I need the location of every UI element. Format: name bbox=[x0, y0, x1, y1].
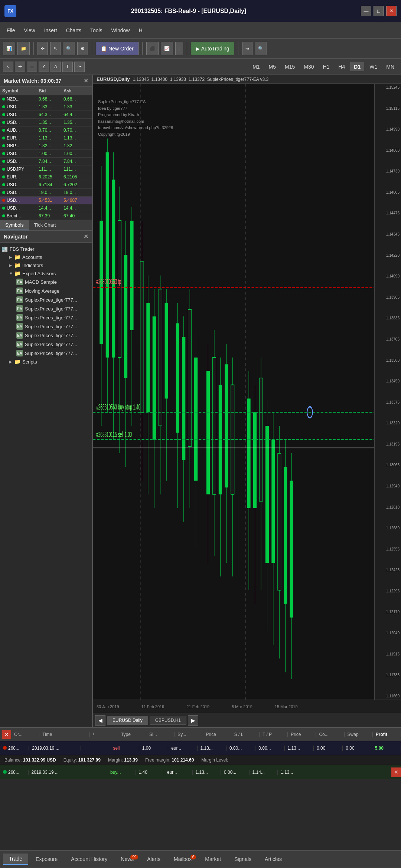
navigator-item[interactable]: ▶📁Accounts bbox=[1, 253, 91, 261]
folder-arrow: ▶ bbox=[9, 359, 14, 364]
tf-m15[interactable]: M15 bbox=[281, 62, 299, 71]
svg-rect-5 bbox=[106, 152, 109, 357]
close-buy-order-button[interactable]: ✕ bbox=[391, 767, 401, 777]
arrow-button[interactable]: ↖ bbox=[50, 42, 61, 55]
market-watch-row[interactable]: USD... 1.33... 1.33... bbox=[0, 103, 92, 111]
market-watch-row[interactable]: USD... 5.4531 5.4687 bbox=[0, 197, 92, 204]
tf-h1[interactable]: H1 bbox=[319, 62, 333, 71]
navigator-item[interactable]: 🏢FBS Trader bbox=[1, 245, 91, 253]
navigator-item[interactable]: EAMoving Average bbox=[1, 286, 91, 295]
market-watch-close[interactable]: ✕ bbox=[84, 77, 88, 84]
market-watch-row[interactable]: EUR... 1.13... 1.13... bbox=[0, 134, 92, 142]
col-ask: Ask bbox=[61, 87, 86, 95]
wave-tool[interactable]: 〜 bbox=[74, 62, 85, 72]
properties-button[interactable]: ⚙ bbox=[77, 42, 88, 55]
menu-charts[interactable]: Charts bbox=[62, 25, 85, 36]
open-button[interactable]: 📁 bbox=[17, 42, 30, 55]
navigator-item[interactable]: EASuplexPrices_tiger777... bbox=[1, 349, 91, 358]
text-tool[interactable]: A bbox=[50, 62, 61, 72]
cross-button[interactable]: ✛ bbox=[38, 42, 48, 55]
cursor-tool[interactable]: ↖ bbox=[3, 62, 13, 72]
tab-news[interactable]: News99 bbox=[115, 854, 140, 864]
tab-trade[interactable]: Trade bbox=[3, 854, 28, 865]
chart-shift-button[interactable]: ⇥ bbox=[242, 42, 252, 55]
close-button[interactable]: ✕ bbox=[386, 6, 397, 16]
symbol-dot bbox=[2, 129, 5, 132]
chart-tab-eurusd[interactable]: EURUSD,Daily bbox=[107, 716, 148, 725]
chart-type-button[interactable]: ⬛ bbox=[146, 42, 159, 55]
tf-h4[interactable]: H4 bbox=[335, 62, 349, 71]
maximize-button[interactable]: □ bbox=[374, 6, 384, 16]
market-watch-row[interactable]: USD... 64.3... 64.4... bbox=[0, 111, 92, 119]
menu-file[interactable]: File bbox=[3, 25, 19, 36]
line-tool[interactable]: — bbox=[27, 62, 37, 72]
search-button[interactable]: 🔍 bbox=[255, 42, 267, 55]
crosshair-tool[interactable]: ✛ bbox=[15, 62, 25, 72]
market-watch-row[interactable]: USD... 14.4... 14.4... bbox=[0, 204, 92, 212]
market-watch-row[interactable]: USDJPY 111.... 111.... bbox=[0, 165, 92, 173]
orders-header-row: ✕ Or... Time / Type Si... Sy... Price S … bbox=[0, 728, 401, 741]
navigator-item[interactable]: ▶📁Scripts bbox=[1, 358, 91, 366]
period-sep-button[interactable]: | bbox=[175, 42, 183, 55]
navigator-close[interactable]: ✕ bbox=[84, 233, 88, 240]
tab-articles[interactable]: Articles bbox=[259, 854, 288, 864]
navigator-item[interactable]: ▼📁Expert Advisors bbox=[1, 269, 91, 277]
chart-tab-gbpusd[interactable]: GBPUSD,H1 bbox=[150, 716, 186, 725]
tf-mn[interactable]: MN bbox=[382, 62, 398, 71]
mw-bid: 1.00... bbox=[36, 150, 61, 158]
minimize-button[interactable]: — bbox=[361, 6, 371, 16]
market-watch-row[interactable]: NZD... 0.68... 0.68... bbox=[0, 95, 92, 103]
menu-window[interactable]: Window bbox=[108, 25, 134, 36]
navigator-item[interactable]: EASuplexPrices_tiger777... bbox=[1, 322, 91, 331]
market-watch-row[interactable]: USD... 1.35... 1.35... bbox=[0, 119, 92, 126]
navigator-item[interactable]: EASuplexPrices_tiger777... bbox=[1, 313, 91, 322]
angle-tool[interactable]: ∠ bbox=[39, 62, 49, 72]
order-open-sell: 1.13... bbox=[198, 746, 226, 751]
tf-d1[interactable]: D1 bbox=[350, 62, 364, 71]
market-watch-row[interactable]: USD... 1.00... 1.00... bbox=[0, 150, 92, 158]
label-tool[interactable]: T bbox=[62, 62, 73, 72]
market-watch-row[interactable]: USD... 19.0... 19.0... bbox=[0, 189, 92, 197]
market-watch-row[interactable]: GBP... 1.32... 1.32... bbox=[0, 142, 92, 150]
menu-help[interactable]: H bbox=[135, 25, 146, 36]
tab-alerts[interactable]: Alerts bbox=[141, 854, 166, 864]
chart-prev-button[interactable]: ◀ bbox=[95, 715, 105, 726]
tf-m5[interactable]: M5 bbox=[265, 62, 280, 71]
menu-tools[interactable]: Tools bbox=[87, 25, 106, 36]
navigator-item[interactable]: EASuplexPrices_tiger777... bbox=[1, 340, 91, 349]
navigator-item[interactable]: EAMACD Sample bbox=[1, 277, 91, 286]
navigator-item[interactable]: EASuplexPrices_tiger777... bbox=[1, 304, 91, 313]
new-chart-button[interactable]: 📊 bbox=[3, 42, 15, 55]
market-watch-row[interactable]: EUR... 6.2025 6.2105 bbox=[0, 173, 92, 181]
navigator-item[interactable]: ▶📁Indicators bbox=[1, 261, 91, 269]
market-watch-row[interactable]: AUD... 0.70... 0.70... bbox=[0, 126, 92, 134]
navigator-item[interactable]: EASuplexPrices_tiger777... bbox=[1, 295, 91, 304]
zoom-in-button[interactable]: 🔍 bbox=[63, 42, 75, 55]
indicator-button[interactable]: 📈 bbox=[161, 42, 173, 55]
close-orders-button[interactable]: ✕ bbox=[2, 730, 11, 739]
tf-m30[interactable]: M30 bbox=[300, 62, 317, 71]
navigator-item[interactable]: EASuplexPrices_tiger777... bbox=[1, 331, 91, 340]
chart-next-button[interactable]: ▶ bbox=[188, 715, 198, 726]
market-watch-row[interactable]: USD... 7.84... 7.84... bbox=[0, 158, 92, 165]
mw-symbol: USD... bbox=[0, 158, 36, 165]
mw-symbol: NZD... bbox=[0, 95, 36, 103]
date-label-2: 11 Feb 2019 bbox=[141, 704, 164, 709]
market-watch-row[interactable]: Brent... 67.39 67.40 bbox=[0, 212, 92, 220]
margin-level-item: Margin Level: bbox=[201, 757, 228, 763]
tab-exposure[interactable]: Exposure bbox=[30, 854, 63, 864]
menu-insert[interactable]: Insert bbox=[40, 25, 61, 36]
autotrading-button[interactable]: ▶ AutoTrading bbox=[191, 42, 234, 55]
tab-account-history[interactable]: Account History bbox=[65, 854, 113, 864]
market-watch-row[interactable]: USD... 6.7184 6.7202 bbox=[0, 181, 92, 189]
new-order-button[interactable]: 📋 New Order bbox=[96, 42, 138, 55]
tab-symbols[interactable]: Symbols bbox=[0, 220, 29, 230]
menu-view[interactable]: View bbox=[20, 25, 39, 36]
tab-signals[interactable]: Signals bbox=[228, 854, 257, 864]
tab-market[interactable]: Market bbox=[199, 854, 227, 864]
chart-canvas[interactable]: SuplexPrices_tiger777-EA Idea by tiger77… bbox=[93, 84, 401, 700]
tab-mailbox[interactable]: Mailbox6 bbox=[168, 854, 198, 864]
tf-w1[interactable]: W1 bbox=[366, 62, 381, 71]
tab-tick-chart[interactable]: Tick Chart bbox=[29, 220, 61, 230]
tf-m1[interactable]: M1 bbox=[249, 62, 263, 71]
